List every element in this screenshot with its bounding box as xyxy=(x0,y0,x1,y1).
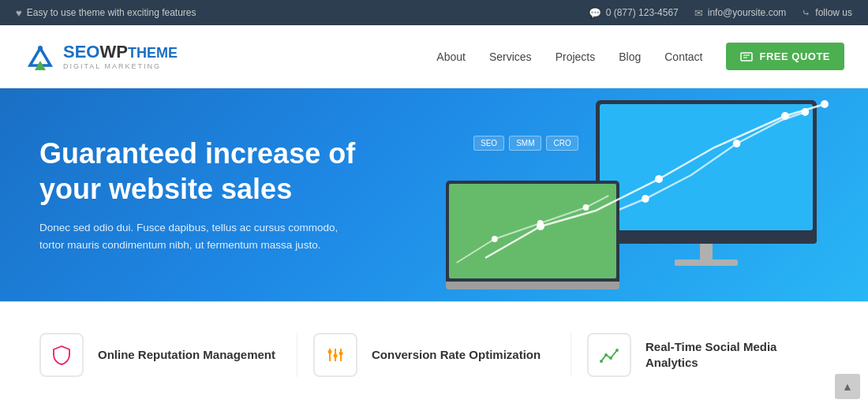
monitor-base xyxy=(675,260,738,266)
email-icon: ✉ xyxy=(694,7,703,19)
top-bar: ♥ Easy to use theme with exciting featur… xyxy=(0,0,868,25)
header: SEOWPTHEME DIGITAL MARKETING About Servi… xyxy=(0,25,868,88)
service-item-social: Real-Time Social Media Analytics xyxy=(571,333,844,377)
nav-about[interactable]: About xyxy=(436,50,466,63)
logo-theme: THEME xyxy=(128,45,178,61)
sliders-icon xyxy=(324,344,346,366)
phone-icon: 💬 xyxy=(589,7,601,19)
svg-point-15 xyxy=(821,100,829,108)
svg-point-11 xyxy=(583,204,589,211)
monitor xyxy=(596,100,817,266)
monitor-stand-top xyxy=(596,234,817,244)
quote-icon xyxy=(740,51,753,62)
top-bar-left: ♥ Easy to use theme with exciting featur… xyxy=(16,7,196,19)
laptop-base xyxy=(446,282,619,289)
logo-text: SEOWPTHEME DIGITAL MARKETING xyxy=(63,43,178,70)
svg-point-20 xyxy=(334,353,338,357)
phone-text: 0 (877) 123-4567 xyxy=(606,7,679,18)
free-quote-label: FREE QUOTE xyxy=(759,50,830,62)
svg-rect-3 xyxy=(741,53,752,61)
social-item[interactable]: ⤷ follow us xyxy=(802,7,852,19)
main-nav: About Services Projects Blog Contact FRE… xyxy=(436,43,844,70)
hero-description: Donec sed odio dui. Fusce dapibus, tellu… xyxy=(39,219,339,253)
phone-item[interactable]: 💬 0 (877) 123-4567 xyxy=(589,7,679,19)
services-strip: Online Reputation Management Conversion … xyxy=(0,301,868,407)
monitor-display xyxy=(600,104,813,230)
top-bar-right: 💬 0 (877) 123-4567 ✉ info@yoursite.com ⤷… xyxy=(589,7,852,19)
free-quote-button[interactable]: FREE QUOTE xyxy=(726,43,844,70)
social-text: follow us xyxy=(815,7,852,18)
logo-main: SEOWPTHEME xyxy=(63,43,178,62)
devices-illustration xyxy=(406,92,840,297)
hero-content: Guaranteed increase of your website sale… xyxy=(39,136,402,253)
nav-blog[interactable]: Blog xyxy=(619,50,641,63)
logo-icon xyxy=(24,40,57,73)
chart-line-monitor xyxy=(600,104,813,230)
svg-point-6 xyxy=(642,195,649,203)
hero-title: Guaranteed increase of your website sale… xyxy=(39,136,402,207)
laptop-display xyxy=(449,184,616,278)
service-title-conversion: Conversion Rate Optimization xyxy=(372,347,541,363)
logo-sub: DIGITAL MARKETING xyxy=(63,63,178,70)
logo-seo: SEO xyxy=(63,42,99,62)
monitor-screen xyxy=(596,100,817,234)
nav-projects[interactable]: Projects xyxy=(556,50,596,63)
service-text-reputation: Online Reputation Management xyxy=(98,347,275,363)
nav-contact[interactable]: Contact xyxy=(664,50,702,63)
svg-point-2 xyxy=(38,46,43,50)
email-text: info@yoursite.com xyxy=(708,7,787,18)
service-item-reputation: Online Reputation Management xyxy=(24,333,297,377)
service-item-conversion: Conversion Rate Optimization xyxy=(297,333,571,377)
logo-wp: WP xyxy=(99,42,127,62)
share-icon: ⤷ xyxy=(802,7,810,19)
service-icon-wrap-social xyxy=(587,333,631,377)
svg-point-19 xyxy=(328,349,332,353)
email-item[interactable]: ✉ info@yoursite.com xyxy=(694,7,787,19)
tagline-text: Easy to use theme with exciting features xyxy=(27,7,196,18)
service-title-social: Real-Time Social Media Analytics xyxy=(645,339,829,370)
service-icon-wrap-conversion xyxy=(313,333,357,377)
monitor-stand-neck xyxy=(700,244,713,260)
svg-point-21 xyxy=(339,351,343,355)
hero-visual: SEO SMM CRO xyxy=(379,88,868,301)
laptop xyxy=(446,181,619,289)
tagline-item: ♥ Easy to use theme with exciting featur… xyxy=(16,7,196,19)
svg-point-8 xyxy=(802,108,810,116)
svg-point-7 xyxy=(733,140,741,147)
nav-services[interactable]: Services xyxy=(489,50,532,63)
scroll-up-button[interactable]: ▲ xyxy=(835,374,860,399)
chart-up-icon xyxy=(598,344,620,366)
chart-line-laptop xyxy=(449,184,616,278)
svg-point-9 xyxy=(492,236,498,242)
service-title-reputation: Online Reputation Management xyxy=(98,347,275,363)
heart-icon: ♥ xyxy=(16,7,22,19)
svg-point-22 xyxy=(600,360,603,363)
shield-icon xyxy=(51,344,73,366)
service-text-social: Real-Time Social Media Analytics xyxy=(645,339,829,370)
svg-point-25 xyxy=(615,349,619,352)
svg-point-23 xyxy=(604,353,608,357)
svg-point-24 xyxy=(609,357,612,360)
laptop-screen xyxy=(446,181,619,282)
logo[interactable]: SEOWPTHEME DIGITAL MARKETING xyxy=(24,40,178,73)
hero-section: Guaranteed increase of your website sale… xyxy=(0,88,868,301)
service-icon-wrap-reputation xyxy=(39,333,84,377)
svg-point-10 xyxy=(537,220,544,226)
service-text-conversion: Conversion Rate Optimization xyxy=(372,347,541,363)
